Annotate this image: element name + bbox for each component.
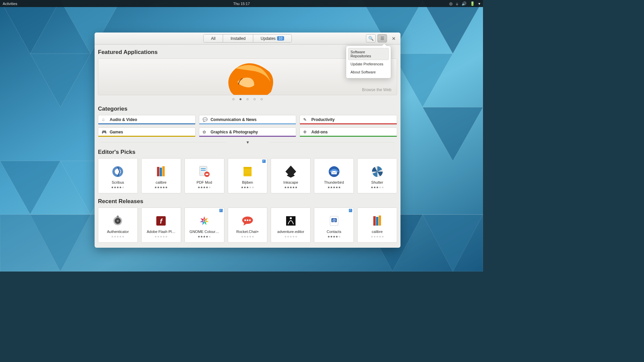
app-icon [370,164,385,179]
app-name: adventure-editor [276,230,306,234]
category-label: Audio & Video [110,117,137,122]
app-scribus[interactable]: Scribus★★★★★ [98,158,138,193]
app-icon [327,164,341,179]
app-icon [154,164,168,179]
menu-item-about[interactable]: About Software [348,68,389,76]
category-label: Graphics & Photography [211,130,258,134]
category-games[interactable]: 🎮Games [98,127,196,137]
category-icon: 💬 [203,117,207,122]
app-authenticator[interactable]: Authenticator★★★★★ [98,207,138,243]
svg-point-29 [290,217,292,219]
app-bijiben[interactable]: Bijiben★★★★★ [228,158,268,193]
search-icon: 🔍 [368,36,374,41]
app-icon [110,214,125,228]
app-icon [283,214,298,228]
app-name: Rocket.Chat+ [235,230,260,234]
installed-check-icon [349,209,352,212]
svg-rect-9 [201,170,206,171]
close-button[interactable]: ✕ [389,34,398,43]
updates-badge: 10 [277,36,284,41]
hamburger-icon: ☰ [380,36,384,41]
svg-rect-4 [157,167,159,176]
app-name: Contacts [325,230,342,234]
close-icon: ✕ [392,36,396,41]
app-rating: ★★★★★ [241,186,254,189]
category-communication-news[interactable]: 💬Communication & News [199,115,297,124]
category-label: Add-ons [311,130,328,134]
app-name: Adobe Flash Pl… [145,230,177,234]
app-gnome-colour-[interactable]: GNOME Colour…★★★★★ [184,207,224,243]
menu-button[interactable]: ☰ [377,34,387,43]
featured-caption: Browse the Web [362,87,391,92]
category-icon: ✚ [303,130,308,134]
app-icon: @ [327,214,341,228]
app-pdf-mod[interactable]: PDF Mod★★★★★ [184,158,224,193]
app-shutter[interactable]: Shutter★★★★★ [357,158,397,193]
svg-point-19 [117,220,119,222]
menu-item-update-preferences[interactable]: Update Preferences [348,60,389,68]
expand-categories[interactable]: ▾ [98,139,397,145]
svg-point-25 [244,219,246,221]
app-inkscape[interactable]: Inkscape★★★★★ [271,158,311,193]
app-icon [197,164,212,179]
installed-check-icon [219,209,223,212]
category-add-ons[interactable]: ✚Add-ons [300,127,397,137]
app-adventure-editor[interactable]: adventure-editor★★★★★ [271,207,311,243]
svg-rect-5 [160,168,162,176]
svg-rect-35 [379,216,381,226]
app-icon [240,214,255,228]
app-calibre[interactable]: calibre★★★★★ [357,207,397,243]
featured-pager[interactable] [98,98,397,100]
app-name: calibre [154,180,168,184]
app-rating: ★★★★★ [111,186,124,189]
activities-button[interactable]: Activities [3,2,17,6]
app-rating: ★★★★★ [154,235,168,238]
app-contacts[interactable]: @Contacts★★★★★ [314,207,354,243]
tab-installed[interactable]: Installed [223,35,253,42]
clock[interactable]: Thu 15:17 [233,2,250,6]
svg-rect-8 [201,168,206,169]
app-rating: ★★★★★ [284,186,298,189]
app-thunderbird[interactable]: Thunderbird★★★★★ [314,158,354,193]
app-rating: ★★★★★ [198,235,211,238]
category-productivity[interactable]: ✎Productivity [300,115,397,124]
app-adobe-flash-pl-[interactable]: fAdobe Flash Pl…★★★★★ [141,207,181,243]
headerbar: All Installed Updates 10 🔍 ☰ ✕ [95,33,400,45]
app-name: GNOME Colour… [188,230,220,234]
app-rating: ★★★★★ [327,186,341,189]
app-icon [370,214,385,228]
category-audio-video[interactable]: ♫Audio & Video [98,115,196,124]
app-rating: ★★★★★ [241,235,254,238]
svg-rect-11 [206,174,208,175]
volume-icon[interactable]: 🔊 [462,1,467,6]
search-button[interactable]: 🔍 [366,34,376,43]
categories-title: Categories [98,106,397,112]
app-name: calibre [370,230,384,234]
chevron-down-icon[interactable]: ▾ [478,1,480,6]
app-rocket-chat-[interactable]: Rocket.Chat+★★★★★ [228,207,268,243]
app-rating: ★★★★★ [327,235,341,238]
accessibility-icon[interactable]: ◎ [449,1,452,6]
gnome-software-window: All Installed Updates 10 🔍 ☰ ✕ Software … [95,33,400,248]
gnome-top-bar: Activities Thu 15:17 ◎ ⏚ 🔊 🔋 ▾ [0,0,483,7]
tab-all[interactable]: All [204,35,223,42]
tab-updates[interactable]: Updates 10 [253,35,291,42]
app-name: Bijiben [240,180,254,184]
app-name: Inkscape [282,180,300,184]
svg-rect-6 [162,166,165,176]
category-icon: 🎮 [102,130,106,134]
app-calibre[interactable]: calibre★★★★★ [141,158,181,193]
svg-point-26 [247,219,248,221]
battery-icon[interactable]: 🔋 [470,1,475,6]
svg-rect-20 [117,216,119,218]
app-rating: ★★★★★ [111,235,124,238]
menu-item-repositories[interactable]: Software Repositories [348,48,389,60]
app-icon [110,164,125,179]
svg-text:@: @ [332,218,336,222]
recent-title: Recent Releases [98,198,397,205]
picks-title: Editor's Picks [98,149,397,156]
svg-rect-13 [244,167,252,169]
app-icon: f [154,214,168,228]
wifi-icon[interactable]: ⏚ [456,1,458,6]
category-graphics-photography[interactable]: ✿Graphics & Photography [199,127,297,137]
